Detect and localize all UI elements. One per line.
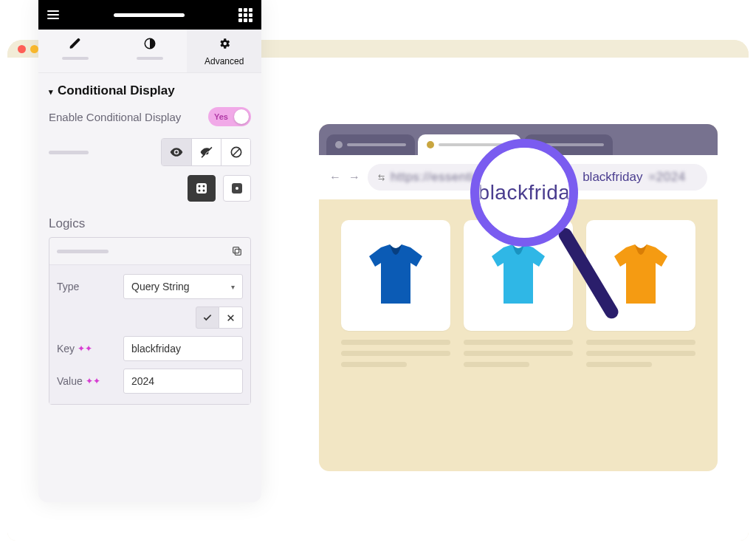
section-title: Conditional Display <box>58 83 175 98</box>
relation-or-button[interactable] <box>223 175 251 202</box>
product-card[interactable] <box>341 220 450 367</box>
type-select[interactable]: Query String ▾ <box>123 274 243 299</box>
visibility-row <box>49 138 251 166</box>
svg-rect-10 <box>235 249 241 255</box>
svg-point-7 <box>203 190 205 192</box>
url-highlight: blackfriday <box>583 170 642 185</box>
dice-icon <box>196 182 207 194</box>
logics-form: Type Query String ▾ Key <box>49 265 250 404</box>
visibility-none-button[interactable] <box>221 139 250 165</box>
svg-point-5 <box>203 185 205 188</box>
pencil-icon <box>69 37 82 50</box>
relation-and-button[interactable] <box>188 175 216 202</box>
tshirt-icon <box>481 239 555 312</box>
row-type: Type Query String ▾ <box>57 274 243 299</box>
confirm-button[interactable] <box>196 306 219 329</box>
svg-point-4 <box>199 185 201 188</box>
svg-rect-11 <box>233 247 239 253</box>
svg-rect-3 <box>196 183 207 193</box>
apps-grid-icon[interactable] <box>238 8 252 22</box>
toggle-knob <box>234 109 249 124</box>
visibility-show-button[interactable] <box>162 139 191 165</box>
close-window-dot-icon <box>18 45 26 53</box>
product-meta-placeholder <box>341 340 450 367</box>
row-key: Key ✦✦ blackfriday <box>57 336 243 361</box>
section-conditional-display[interactable]: ▾ Conditional Display <box>49 83 251 98</box>
forward-button[interactable]: → <box>348 171 360 184</box>
gear-icon <box>218 37 231 50</box>
svg-point-6 <box>199 190 201 192</box>
enable-conditional-toggle[interactable]: Yes <box>208 107 251 126</box>
caret-down-icon: ▾ <box>49 87 53 97</box>
tab-style[interactable] <box>113 30 188 72</box>
product-image <box>341 220 450 331</box>
sidebar-topbar <box>38 0 261 30</box>
product-meta-placeholder <box>586 340 695 367</box>
tab-advanced[interactable]: Advanced <box>187 30 261 72</box>
preview-tab-inactive[interactable] <box>326 134 415 155</box>
site-info-icon: ⇆ <box>378 173 385 182</box>
key-label: Key ✦✦ <box>57 343 116 355</box>
product-meta-placeholder <box>464 340 573 367</box>
cancel-button[interactable] <box>219 306 243 329</box>
sparkle-icon: ✦✦ <box>78 343 92 354</box>
chevron-down-icon: ▾ <box>231 283 235 291</box>
product-image <box>586 220 695 331</box>
square-dot-icon <box>231 182 243 194</box>
sidebar-tabs: Advanced <box>38 30 261 73</box>
hamburger-menu-icon[interactable] <box>47 10 59 19</box>
tab-advanced-label: Advanced <box>190 56 258 66</box>
visibility-hide-button[interactable] <box>191 139 221 165</box>
logics-item-header[interactable] <box>49 238 250 265</box>
sparkle-icon: ✦✦ <box>86 376 100 386</box>
value-input[interactable]: 2024 <box>123 369 243 394</box>
logics-heading: Logics <box>49 216 251 231</box>
tab-content[interactable] <box>38 30 113 72</box>
visibility-mode-group <box>161 138 251 166</box>
key-value: blackfriday <box>131 343 181 355</box>
check-icon <box>202 312 213 323</box>
toggle-row: Enable Conditional Display Yes <box>49 107 251 126</box>
toggle-label: Enable Conditional Display <box>49 111 181 123</box>
minimize-window-dot-icon <box>30 45 38 53</box>
close-icon <box>226 313 236 323</box>
tab-favicon-icon <box>335 141 343 148</box>
logic-title-placeholder <box>57 250 109 253</box>
contrast-circle-icon <box>143 37 157 50</box>
svg-point-9 <box>236 187 238 190</box>
svg-line-2 <box>233 148 240 156</box>
ban-icon <box>229 145 244 160</box>
condition-relation-row <box>49 175 251 202</box>
value-value: 2024 <box>131 375 154 387</box>
eye-icon <box>169 145 184 160</box>
toggle-state-text: Yes <box>214 112 228 121</box>
editor-sidebar-panel: Advanced ▾ Conditional Display Enable Co… <box>38 0 261 502</box>
magnifier-lens: blackfrida <box>470 139 578 247</box>
type-select-value: Query String <box>131 281 190 292</box>
tshirt-icon <box>359 239 433 312</box>
confirm-row <box>57 306 243 329</box>
logics-box: Type Query String ▾ Key <box>49 237 251 405</box>
tab-title-placeholder <box>347 143 406 146</box>
key-input[interactable]: blackfriday <box>123 336 243 361</box>
tab-title-placeholder <box>545 143 604 146</box>
row-value: Value ✦✦ 2024 <box>57 369 243 394</box>
duplicate-icon[interactable] <box>231 245 243 257</box>
url-suffix: =2024 <box>648 170 685 185</box>
tab-favicon-icon <box>427 141 434 148</box>
tshirt-icon <box>604 239 678 312</box>
panel-body: ▾ Conditional Display Enable Conditional… <box>38 73 261 502</box>
eye-off-icon <box>199 145 214 160</box>
value-label: Value ✦✦ <box>57 375 116 387</box>
widget-title-placeholder <box>114 13 185 17</box>
type-label: Type <box>57 281 116 292</box>
back-button[interactable]: ← <box>329 171 341 184</box>
option-label-placeholder <box>49 151 89 154</box>
